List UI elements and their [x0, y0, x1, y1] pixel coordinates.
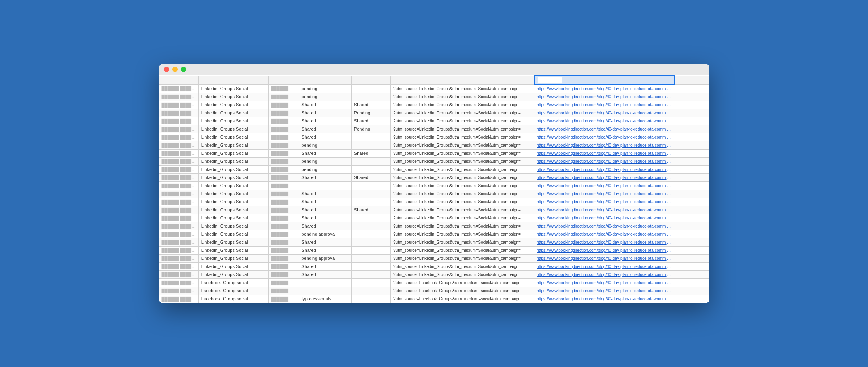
col-url[interactable]: https://www.bookingdirection.com/blog/40…	[534, 173, 674, 181]
col-url[interactable]: https://www.bookingdirection.com/blog/40…	[534, 93, 674, 101]
col-full-funnel: pending	[299, 141, 352, 149]
col-url[interactable]: https://www.bookingdirection.com/blog/40…	[534, 214, 674, 222]
col-source: Linkedin_Groups Social	[198, 149, 268, 157]
col-url[interactable]: https://www.bookingdirection.com/blog/40…	[534, 238, 674, 246]
col-extra	[674, 214, 709, 222]
col-url[interactable]: https://www.bookingdirection.com/blog/40…	[534, 101, 674, 109]
col-url[interactable]: https://www.bookingdirection.com/blog/40…	[534, 206, 674, 214]
col-40-day-plan: Pending	[351, 125, 390, 133]
col-40-day-plan	[351, 278, 390, 287]
col-url[interactable]: https://www.bookingdirection.com/blog/40…	[534, 287, 674, 295]
col-url[interactable]: https://www.bookingdirection.com/blog/40…	[534, 157, 674, 165]
table-row: ██████ ██████Linkedin_Groups Social█████…	[159, 230, 709, 238]
col-url[interactable]: https://www.bookingdirection.com/blog/40…	[534, 125, 674, 133]
col-40-day-plan: Shared	[351, 101, 390, 109]
col-url[interactable]: https://www.bookingdirection.com/blog/40…	[534, 141, 674, 149]
col-utm: ?utm_source=Linkedin_Groups&utm_medium=S…	[391, 84, 534, 93]
spreadsheet[interactable]: ██████ ██████Linkedin_Groups Social█████…	[159, 75, 709, 303]
col-url[interactable]: https://www.bookingdirection.com/blog/40…	[534, 165, 674, 173]
col-extra	[674, 117, 709, 125]
minimize-button[interactable]	[172, 67, 178, 72]
table-row: ██████ ██████Facebook_Group social██████…	[159, 287, 709, 295]
col-number: ██████	[268, 230, 299, 238]
col-name: ██████ ██████	[159, 173, 198, 181]
col-name: ██████ ██████	[159, 101, 198, 109]
col-40-day-plan	[351, 165, 390, 173]
col-full-funnel: Shared	[299, 246, 352, 254]
col-name: ██████ ██████	[159, 149, 198, 157]
col-utm: ?utm_source=Linkedin_Groups&utm_medium=S…	[391, 262, 534, 270]
col-url[interactable]: https://www.bookingdirection.com/blog/40…	[534, 190, 674, 198]
col-utm: ?utm_source=Linkedin_Groups&utm_medium=S…	[391, 141, 534, 149]
col-h-header	[674, 76, 709, 84]
col-url[interactable]: https://www.bookingdirection.com/blog/40…	[534, 181, 674, 190]
col-url[interactable]: https://www.bookingdirection.com/blog/40…	[534, 133, 674, 141]
col-utm: ?utm_source=Linkedin_Groups&utm_medium=S…	[391, 165, 534, 173]
col-number: ██████	[268, 117, 299, 125]
table-row: ██████ ██████Linkedin_Groups Social█████…	[159, 198, 709, 206]
close-button[interactable]	[164, 67, 169, 72]
col-full-funnel: Shared	[299, 214, 352, 222]
col-number: ██████	[268, 270, 299, 278]
col-name: ██████ ██████	[159, 133, 198, 141]
col-extra	[674, 262, 709, 270]
col-name: ██████ ██████	[159, 278, 198, 287]
col-url[interactable]: https://www.bookingdirection.com/blog/40…	[534, 198, 674, 206]
table-row: ██████ ██████Linkedin_Groups Social█████…	[159, 254, 709, 262]
col-full-funnel: Shared	[299, 262, 352, 270]
col-url[interactable]: https://www.bookingdirection.com/blog/40…	[534, 230, 674, 238]
col-url[interactable]: https://www.bookingdirection.com/blog/40…	[534, 246, 674, 254]
col-full-funnel	[299, 181, 352, 190]
col-url[interactable]: https://www.bookingdirection.com/blog/40…	[534, 84, 674, 93]
col-full-funnel: Shared	[299, 222, 352, 230]
col-number: ██████	[268, 109, 299, 117]
col-source: Linkedin_Groups Social	[198, 173, 268, 181]
cell-input[interactable]	[538, 77, 562, 83]
col-40-day-plan: Shared	[351, 173, 390, 181]
col-name: ██████ ██████	[159, 238, 198, 246]
col-number: ██████	[268, 246, 299, 254]
col-url[interactable]: https://www.bookingdirection.com/blog/40…	[534, 262, 674, 270]
col-extra	[674, 222, 709, 230]
col-number: ██████	[268, 141, 299, 149]
col-source: Linkedin_Groups Social	[198, 254, 268, 262]
table-row: ██████ ██████Linkedin_Groups Social█████…	[159, 190, 709, 198]
maximize-button[interactable]	[181, 67, 186, 72]
col-number: ██████	[268, 254, 299, 262]
col-url[interactable]: https://www.bookingdirection.com/blog/40…	[534, 295, 674, 303]
col-url[interactable]: https://www.bookingdirection.com/blog/40…	[534, 117, 674, 125]
col-extra	[674, 246, 709, 254]
col-utm: ?utm_source=Facebook_Groups&utm_medium=s…	[391, 278, 534, 287]
col-source: Facebook_Group social	[198, 278, 268, 287]
col-utm: ?utm_source=Linkedin_Groups&utm_medium=S…	[391, 222, 534, 230]
col-source: Linkedin_Groups Social	[198, 101, 268, 109]
col-full-funnel: Shared	[299, 198, 352, 206]
col-url[interactable]: https://www.bookingdirection.com/blog/40…	[534, 254, 674, 262]
col-extra	[674, 133, 709, 141]
col-name: ██████ ██████	[159, 181, 198, 190]
col-utm: ?utm_source=Linkedin_Groups&utm_medium=S…	[391, 238, 534, 246]
col-name: ██████ ██████	[159, 254, 198, 262]
col-extra	[674, 84, 709, 93]
col-full-funnel	[299, 287, 352, 295]
table-row: ██████ ██████Linkedin_Groups Social█████…	[159, 181, 709, 190]
col-extra	[674, 109, 709, 117]
col-40-day-plan	[351, 222, 390, 230]
col-full-funnel: pending approval	[299, 230, 352, 238]
col-number: ██████	[268, 295, 299, 303]
col-url[interactable]: https://www.bookingdirection.com/blog/40…	[534, 222, 674, 230]
col-url[interactable]: https://www.bookingdirection.com/blog/40…	[534, 270, 674, 278]
col-number: ██████	[268, 198, 299, 206]
col-40-day-plan	[351, 133, 390, 141]
col-number: ██████	[268, 84, 299, 93]
col-extra	[674, 270, 709, 278]
col-url[interactable]: https://www.bookingdirection.com/blog/40…	[534, 149, 674, 157]
col-full-funnel: typrofessionals	[299, 295, 352, 303]
table-row: ██████ ██████Linkedin_Groups Social█████…	[159, 262, 709, 270]
col-extra	[674, 93, 709, 101]
col-url[interactable]: https://www.bookingdirection.com/blog/40…	[534, 278, 674, 287]
col-name: ██████ ██████	[159, 262, 198, 270]
col-source: Linkedin_Groups Social	[198, 165, 268, 173]
col-url[interactable]: https://www.bookingdirection.com/blog/40…	[534, 109, 674, 117]
col-source: Linkedin_Groups Social	[198, 246, 268, 254]
